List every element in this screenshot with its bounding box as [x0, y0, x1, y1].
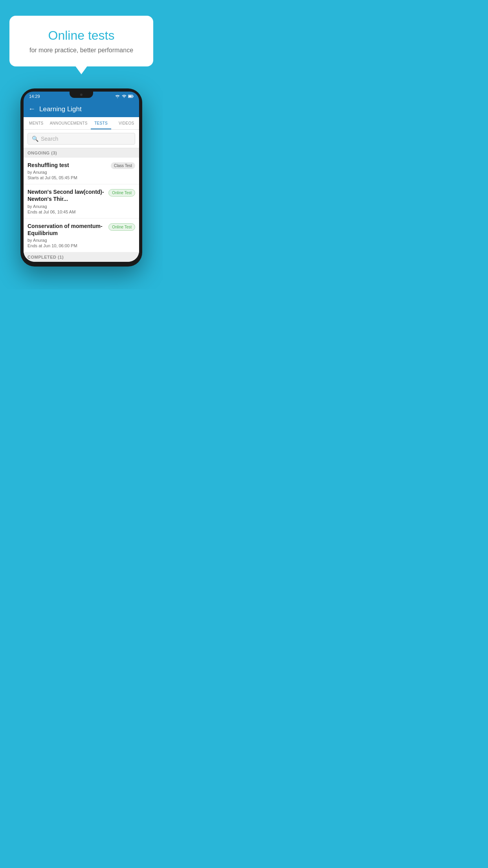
promo-title: Online tests	[20, 28, 142, 43]
search-input[interactable]: 🔍 Search	[28, 133, 135, 145]
tabs-bar: MENTS ANNOUNCEMENTS TESTS VIDEOS	[24, 117, 139, 130]
phone-notch	[70, 92, 93, 98]
ongoing-section-header: ONGOING (3)	[24, 148, 139, 158]
promo-subtitle: for more practice, better performance	[20, 47, 142, 54]
test-author: by Anurag	[28, 170, 108, 175]
svg-rect-1	[128, 96, 132, 97]
phone-screen: ← Learning Light MENTS ANNOUNCEMENTS TES…	[24, 101, 139, 262]
test-date: Ends at Jul 06, 10:45 AM	[28, 210, 105, 214]
test-item[interactable]: Newton's Second law(contd)-Newton's Thir…	[24, 184, 139, 218]
app-title: Learning Light	[39, 105, 82, 113]
completed-section-header: COMPLETED (1)	[24, 252, 139, 262]
search-bar-container: 🔍 Search	[24, 130, 139, 148]
test-badge-class: Class Test	[111, 162, 135, 169]
back-button[interactable]: ←	[28, 105, 35, 113]
svg-rect-2	[133, 96, 134, 97]
test-date: Ends at Jun 10, 06:00 PM	[28, 243, 105, 248]
search-placeholder: Search	[41, 136, 58, 142]
camera-dot	[80, 94, 83, 96]
app-header: ← Learning Light	[24, 101, 139, 117]
phone-outer: 14:29	[20, 88, 142, 267]
promo-area: Online tests for more practice, better p…	[0, 0, 163, 66]
test-badge-online: Online Test	[108, 189, 135, 197]
phone-wrapper: 14:29	[20, 88, 142, 267]
battery-icon	[128, 94, 134, 99]
search-icon: 🔍	[32, 136, 39, 142]
status-time: 14:29	[29, 94, 40, 99]
test-info: Reshuffling test by Anurag Starts at Jul…	[28, 162, 108, 180]
status-bar: 14:29	[24, 92, 139, 101]
status-icons	[115, 94, 134, 99]
tab-tests[interactable]: TESTS	[88, 117, 114, 129]
test-item[interactable]: Conservation of momentum-Equilibrium by …	[24, 219, 139, 252]
test-info: Newton's Second law(contd)-Newton's Thir…	[28, 188, 105, 214]
test-info: Conservation of momentum-Equilibrium by …	[28, 223, 105, 248]
test-name: Conservation of momentum-Equilibrium	[28, 223, 105, 237]
test-badge-online: Online Test	[108, 223, 135, 231]
tab-videos[interactable]: VIDEOS	[114, 117, 139, 129]
tab-ments[interactable]: MENTS	[24, 117, 49, 129]
test-item[interactable]: Reshuffling test by Anurag Starts at Jul…	[24, 158, 139, 184]
speech-bubble: Online tests for more practice, better p…	[9, 16, 153, 66]
signal-icon	[122, 94, 127, 99]
test-author: by Anurag	[28, 238, 105, 243]
test-date: Starts at Jul 05, 05:45 PM	[28, 175, 108, 180]
test-name: Reshuffling test	[28, 162, 108, 169]
wifi-icon	[115, 94, 120, 99]
tab-announcements[interactable]: ANNOUNCEMENTS	[49, 117, 88, 129]
test-author: by Anurag	[28, 204, 105, 209]
test-name: Newton's Second law(contd)-Newton's Thir…	[28, 188, 105, 202]
